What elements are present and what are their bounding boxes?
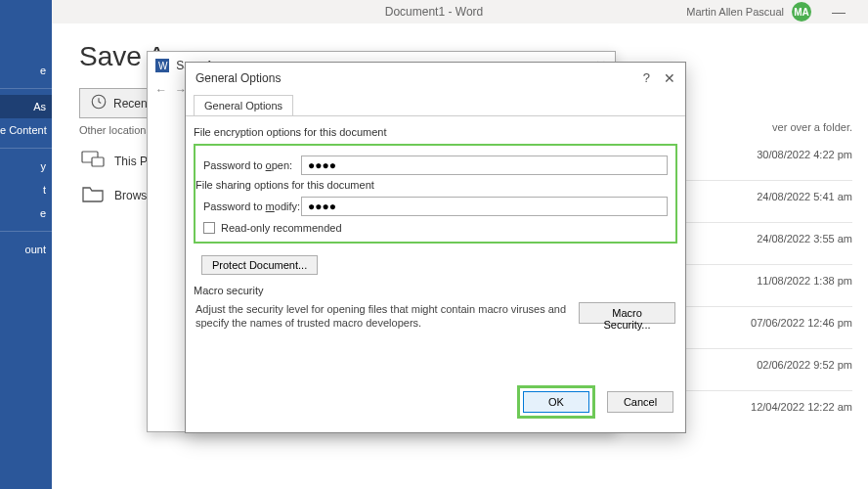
nav-item[interactable]: e [0,59,52,82]
password-modify-input[interactable] [301,197,668,216]
ok-highlight: OK [517,385,595,419]
close-button[interactable]: ✕ [664,70,675,86]
macro-description: Adjust the security level for opening fi… [195,302,567,331]
sharing-section-heading: File sharing options for this document [195,179,668,191]
user-name[interactable]: Martin Allen Pascual [686,6,784,18]
nav-item[interactable]: ount [0,238,52,261]
readonly-checkbox-row[interactable]: Read-only recommended [203,222,668,234]
help-button[interactable]: ? [643,70,650,86]
password-open-input[interactable] [301,156,668,175]
folder-date: 07/06/2022 12:46 pm [751,317,852,329]
clock-icon [90,93,108,113]
avatar[interactable]: MA [792,2,811,22]
document-title: Document1 - Word [385,5,483,19]
checkbox-icon[interactable] [203,222,215,234]
nav-item[interactable]: t [0,178,52,201]
folder-date: 24/08/2022 5:41 am [757,191,852,202]
tab-general-options[interactable]: General Options [194,95,293,116]
nav-item-save-as[interactable]: As [0,95,52,118]
general-options-dialog: General Options ? ✕ General Options File… [185,62,686,433]
nav-item[interactable]: e [0,201,52,225]
nav-back-icon[interactable]: ← [155,83,167,97]
folder-date: 24/08/2022 3:55 am [757,233,852,244]
recent-label: Recent [113,97,151,111]
folder-open-icon [81,184,105,206]
password-modify-label: Password to modify: [203,200,301,212]
readonly-label: Read-only recommended [221,222,342,234]
title-bar: Document1 - Word Martin Allen Pascual MA… [0,0,868,23]
macro-security-button[interactable]: Macro Security... [579,302,675,324]
backstage-nav: e As e Content y t e ount [0,0,52,489]
minimize-button[interactable]: — [819,4,858,20]
ok-button[interactable]: OK [523,391,589,413]
svg-rect-2 [92,157,104,166]
word-icon: W [155,59,169,72]
folder-date: 11/08/2022 1:38 pm [757,275,852,287]
pc-icon [81,150,105,172]
highlighted-fields: Password to open: File sharing options f… [194,144,677,244]
cancel-button[interactable]: Cancel [607,391,673,413]
encryption-section-heading: File encryption options for this documen… [194,126,677,138]
folder-date: 02/06/2022 9:52 pm [757,359,852,371]
svg-text:W: W [158,61,168,71]
folder-date: 30/08/2022 4:22 pm [757,149,852,160]
nav-item[interactable]: y [0,155,52,178]
password-open-label: Password to open: [203,159,301,171]
macro-section-heading: Macro security [194,285,677,296]
protect-document-button[interactable]: Protect Document... [201,255,318,275]
general-options-title: General Options [195,71,281,85]
folder-date: 12/04/2022 12:22 am [751,401,852,413]
nav-item[interactable]: e Content [0,118,52,142]
